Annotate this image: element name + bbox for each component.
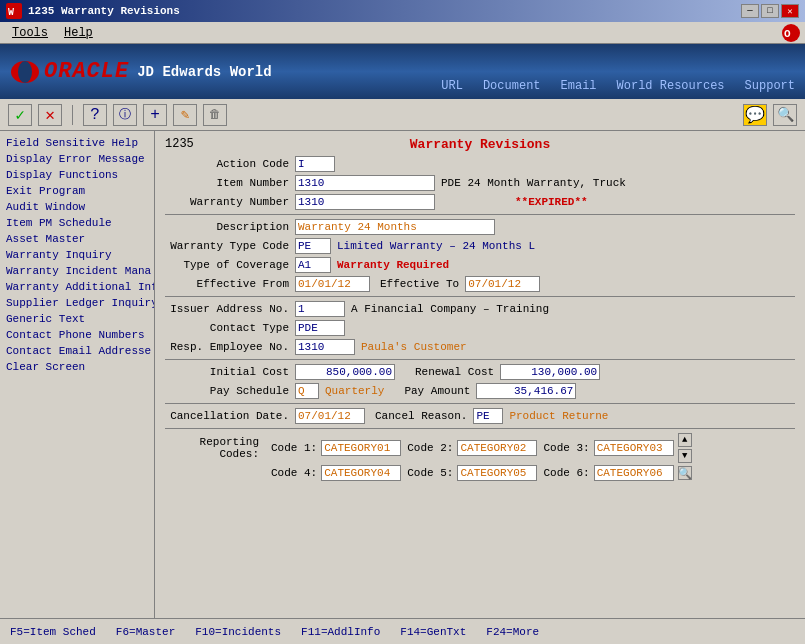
code4-label: Code 4: (271, 467, 317, 479)
oracle-header: ORACLE JD Edwards World URL Document Ema… (0, 44, 805, 99)
delete-button[interactable]: 🗑 (203, 104, 227, 126)
menu-bar: Tools Help O (0, 22, 805, 44)
item-number-input[interactable] (295, 175, 435, 191)
warranty-number-input[interactable] (295, 194, 435, 210)
header-nav: URL Document Email World Resources Suppo… (441, 79, 795, 93)
jde-text: JD Edwards World (137, 64, 271, 80)
nav-support[interactable]: Support (745, 79, 795, 93)
code2-label: Code 2: (407, 442, 453, 454)
pay-schedule-input[interactable] (295, 383, 319, 399)
tools-menu[interactable]: Tools (4, 24, 56, 42)
resp-employee-input[interactable] (295, 339, 355, 355)
f5-key[interactable]: F5=Item Sched (10, 626, 96, 638)
contact-type-row: Contact Type (165, 320, 795, 336)
warranty-type-row: Warranty Type Code Limited Warranty – 24… (165, 238, 795, 254)
f6-key[interactable]: F6=Master (116, 626, 175, 638)
nav-document[interactable]: Document (483, 79, 541, 93)
code5-label: Code 5: (407, 467, 453, 479)
code6-input[interactable] (594, 465, 674, 481)
sidebar-item-exit-program[interactable]: Exit Program (2, 183, 152, 199)
description-label: Description (165, 221, 295, 233)
oracle-text: ORACLE (44, 59, 129, 84)
code1-label: Code 1: (271, 442, 317, 454)
sidebar: Field Sensitive Help Display Error Messa… (0, 131, 155, 618)
edit-button[interactable]: ✎ (173, 104, 197, 126)
scroll-down-button[interactable]: ▼ (678, 449, 692, 463)
f11-key[interactable]: F11=AddlInfo (301, 626, 380, 638)
code2-input[interactable] (457, 440, 537, 456)
effective-from-label: Effective From (165, 278, 295, 290)
cancellation-date-label: Cancellation Date. (165, 410, 295, 422)
pay-amount-input[interactable] (476, 383, 576, 399)
sidebar-item-phone-numbers[interactable]: Contact Phone Numbers (2, 327, 152, 343)
resp-employee-row: Resp. Employee No. Paula's Customer (165, 339, 795, 355)
maximize-button[interactable]: □ (761, 4, 779, 18)
f24-key[interactable]: F24=More (486, 626, 539, 638)
sidebar-item-display-functions[interactable]: Display Functions (2, 167, 152, 183)
sidebar-item-warranty-inquiry[interactable]: Warranty Inquiry (2, 247, 152, 263)
issuer-input[interactable] (295, 301, 345, 317)
scroll-up-button[interactable]: ▲ (678, 433, 692, 447)
sidebar-item-warranty-additional[interactable]: Warranty Additional Info (2, 279, 152, 295)
description-input[interactable] (295, 219, 495, 235)
code3-label: Code 3: (543, 442, 589, 454)
warranty-number-row: Warranty Number **EXPIRED** (165, 194, 795, 210)
cancel-button[interactable]: ✕ (38, 104, 62, 126)
search-button[interactable]: 🔍 (773, 104, 797, 126)
sidebar-item-asset-master[interactable]: Asset Master (2, 231, 152, 247)
nav-url[interactable]: URL (441, 79, 463, 93)
window-controls[interactable]: ─ □ ✕ (741, 4, 799, 18)
info-button[interactable]: ⓘ (113, 104, 137, 126)
zoom-button[interactable]: 🔍 (678, 466, 692, 480)
code5-input[interactable] (457, 465, 537, 481)
f10-key[interactable]: F10=Incidents (195, 626, 281, 638)
warranty-number-status: **EXPIRED** (515, 196, 588, 208)
close-button[interactable]: ✕ (781, 4, 799, 18)
oracle-logo-icon (10, 60, 40, 84)
cancellation-date-input[interactable] (295, 408, 365, 424)
renewal-cost-input[interactable] (500, 364, 600, 380)
warranty-type-input[interactable] (295, 238, 331, 254)
issuer-label: Issuer Address No. (165, 303, 295, 315)
sidebar-item-generic-text[interactable]: Generic Text (2, 311, 152, 327)
sidebar-item-email-addresses[interactable]: Contact Email Addresse (2, 343, 152, 359)
coverage-input[interactable] (295, 257, 331, 273)
action-code-input[interactable] (295, 156, 335, 172)
divider-3 (165, 359, 795, 360)
sidebar-item-clear-screen[interactable]: Clear Screen (2, 359, 152, 375)
add-button[interactable]: + (143, 104, 167, 126)
item-number-desc: PDE 24 Month Warranty, Truck (441, 177, 626, 189)
minimize-button[interactable]: ─ (741, 4, 759, 18)
code1-input[interactable] (321, 440, 401, 456)
cancel-reason-input[interactable] (473, 408, 503, 424)
nav-email[interactable]: Email (561, 79, 597, 93)
sidebar-item-field-sensitive-help[interactable]: Field Sensitive Help (2, 135, 152, 151)
app-icon: W (6, 3, 22, 19)
code4-input[interactable] (321, 465, 401, 481)
sidebar-item-display-error-message[interactable]: Display Error Message (2, 151, 152, 167)
description-row: Description (165, 219, 795, 235)
code3-input[interactable] (594, 440, 674, 456)
warranty-number-label: Warranty Number (165, 196, 295, 208)
code6-label: Code 6: (543, 467, 589, 479)
initial-cost-input[interactable] (295, 364, 395, 380)
sidebar-item-item-pm-schedule[interactable]: Item PM Schedule (2, 215, 152, 231)
effective-to-input[interactable] (465, 276, 540, 292)
effective-from-input[interactable] (295, 276, 370, 292)
cancel-reason-desc: Product Returne (509, 410, 608, 422)
check-button[interactable]: ✓ (8, 104, 32, 126)
pay-row: Pay Schedule Quarterly Pay Amount (165, 383, 795, 399)
reporting-codes-label: Reporting Codes: (165, 436, 265, 460)
help-menu[interactable]: Help (56, 24, 101, 42)
contact-type-input[interactable] (295, 320, 345, 336)
chat-button[interactable]: 💬 (743, 104, 767, 126)
sidebar-item-supplier-ledger[interactable]: Supplier Ledger Inquiry (2, 295, 152, 311)
sidebar-item-warranty-incident[interactable]: Warranty Incident Mana (2, 263, 152, 279)
nav-world-resources[interactable]: World Resources (617, 79, 725, 93)
pay-amount-label: Pay Amount (404, 385, 470, 397)
f14-key[interactable]: F14=GenTxt (400, 626, 466, 638)
sidebar-item-audit-window[interactable]: Audit Window (2, 199, 152, 215)
item-number-label: Item Number (165, 177, 295, 189)
pay-schedule-label: Pay Schedule (165, 385, 295, 397)
help-button[interactable]: ? (83, 104, 107, 126)
